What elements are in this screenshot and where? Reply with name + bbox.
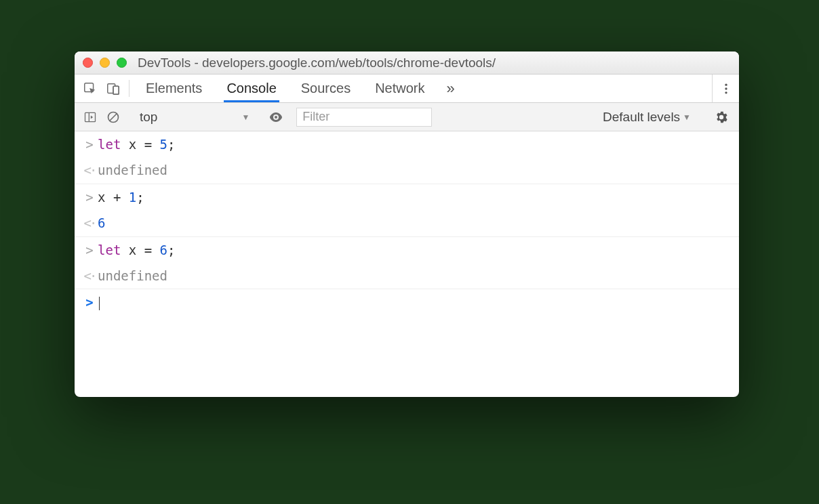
devtools-tabs: ElementsConsoleSourcesNetwork » <box>75 75 739 103</box>
console-text: let x = 5; <box>98 134 176 154</box>
filter-field[interactable] <box>296 108 432 127</box>
inspect-element-icon[interactable] <box>79 75 102 102</box>
tab-network[interactable]: Network <box>363 75 437 102</box>
console-row-output: <·undefined <box>75 157 739 184</box>
log-levels-selector[interactable]: Default levels ▼ <box>595 110 699 125</box>
clear-console-icon[interactable] <box>102 110 125 124</box>
console-row-input: >let x = 6; <box>75 237 739 263</box>
output-chevron-icon: <· <box>81 266 98 286</box>
console-row-output: <·undefined <box>75 263 739 289</box>
minimize-window-button[interactable] <box>100 58 110 68</box>
window-controls <box>83 58 127 68</box>
console-text: undefined <box>98 266 167 286</box>
svg-rect-7 <box>85 112 96 121</box>
device-toolbar-icon[interactable] <box>102 75 125 102</box>
dropdown-triangle-icon: ▼ <box>241 112 249 122</box>
prompt-chevron-icon: > <box>81 292 98 312</box>
tab-console[interactable]: Console <box>214 75 288 102</box>
input-chevron-icon: > <box>81 240 98 260</box>
cursor <box>99 297 100 310</box>
tab-elements[interactable]: Elements <box>134 75 214 102</box>
close-window-button[interactable] <box>83 58 93 68</box>
context-selector[interactable]: top ▼ <box>134 109 256 125</box>
svg-point-5 <box>725 87 727 89</box>
svg-point-11 <box>275 116 277 119</box>
context-label: top <box>140 110 157 125</box>
svg-line-10 <box>110 114 117 121</box>
console-toolbar: top ▼ Default levels ▼ <box>75 103 739 131</box>
console-settings-icon[interactable] <box>708 110 735 125</box>
filter-input[interactable] <box>302 110 426 124</box>
devtools-menu-button[interactable] <box>712 75 739 102</box>
console-row-input: >x + 1; <box>75 184 739 210</box>
separator <box>129 80 129 97</box>
window-title: DevTools - developers.google.com/web/too… <box>127 56 731 70</box>
live-expression-icon[interactable] <box>264 109 287 125</box>
console-sidebar-toggle-icon[interactable] <box>79 110 102 124</box>
svg-point-4 <box>725 83 727 85</box>
input-chevron-icon: > <box>81 187 98 207</box>
input-chevron-icon: > <box>81 134 98 154</box>
titlebar: DevTools - developers.google.com/web/too… <box>75 51 739 75</box>
zoom-window-button[interactable] <box>117 58 127 68</box>
console-text: undefined <box>98 160 167 180</box>
console-row-prompt[interactable]: > <box>75 289 739 315</box>
tab-sources[interactable]: Sources <box>289 75 363 102</box>
console-row-output: <·6 <box>75 210 739 236</box>
log-levels-label: Default levels <box>603 110 680 125</box>
devtools-window: DevTools - developers.google.com/web/too… <box>75 51 739 397</box>
svg-point-6 <box>725 91 727 93</box>
console-row-input: >let x = 5; <box>75 131 739 157</box>
dropdown-triangle-icon: ▼ <box>683 112 691 122</box>
svg-rect-2 <box>113 86 119 94</box>
tabs-overflow-button[interactable]: » <box>437 75 464 102</box>
console-output[interactable]: >let x = 5;<·undefined>x + 1;<·6>let x =… <box>75 131 739 397</box>
output-chevron-icon: <· <box>81 160 98 180</box>
console-text <box>98 292 100 312</box>
output-chevron-icon: <· <box>81 213 98 233</box>
console-text: 6 <box>98 213 105 233</box>
console-text: let x = 6; <box>98 240 176 260</box>
console-text: x + 1; <box>98 187 144 207</box>
